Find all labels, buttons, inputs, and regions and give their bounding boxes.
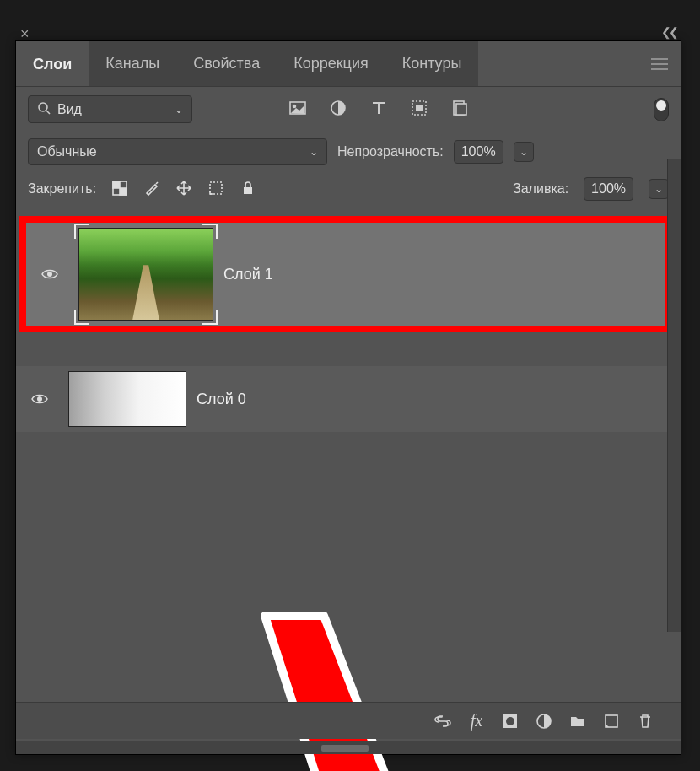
svg-rect-9 xyxy=(416,105,423,111)
tab-adjustments[interactable]: Коррекция xyxy=(277,41,385,86)
svg-rect-22 xyxy=(606,715,617,727)
opacity-value[interactable]: 100% xyxy=(454,140,503,164)
layer-filter-row: Вид ⌄ xyxy=(16,87,681,132)
svg-rect-16 xyxy=(244,187,252,194)
new-layer-icon[interactable] xyxy=(595,712,628,731)
svg-point-6 xyxy=(293,105,296,108)
layer-kind-select[interactable]: Вид ⌄ xyxy=(28,95,192,123)
layer-row[interactable]: Слой 1 xyxy=(26,223,665,326)
filter-adjustment-icon[interactable] xyxy=(329,99,347,120)
tab-layers[interactable]: Слои xyxy=(16,41,89,86)
kind-select-label: Вид xyxy=(57,102,168,117)
tab-channels[interactable]: Каналы xyxy=(89,41,176,86)
svg-point-20 xyxy=(506,717,514,725)
panel-menu-icon[interactable] xyxy=(638,41,681,86)
vertical-scrollbar[interactable] xyxy=(667,159,681,632)
svg-rect-11 xyxy=(456,104,466,115)
svg-rect-13 xyxy=(113,181,120,188)
annotation-highlight: Слой 1 xyxy=(19,216,672,332)
search-icon xyxy=(37,101,51,117)
svg-point-3 xyxy=(39,103,47,111)
lock-position-icon[interactable] xyxy=(175,180,192,199)
filter-shape-icon[interactable] xyxy=(410,99,428,120)
layer-filter-icons xyxy=(288,99,469,120)
layer-style-icon[interactable]: fx xyxy=(460,711,493,731)
fill-chevron-icon[interactable]: ⌄ xyxy=(649,179,669,199)
layer-name[interactable]: Слой 1 xyxy=(223,266,273,283)
filter-pixel-icon[interactable] xyxy=(288,99,307,120)
opacity-chevron-icon[interactable]: ⌄ xyxy=(514,142,534,162)
horizontal-scrollbar[interactable] xyxy=(16,741,681,754)
link-layers-icon[interactable] xyxy=(426,712,460,731)
layer-row[interactable]: Слой 0 xyxy=(16,366,681,432)
layers-list: Слой 1 Слой 0 xyxy=(16,211,681,666)
visibility-toggle-icon[interactable] xyxy=(31,265,68,283)
delete-layer-icon[interactable] xyxy=(628,712,662,731)
visibility-toggle-icon[interactable] xyxy=(21,390,58,408)
blend-opacity-row: Обычные ⌄ Непрозрачность: 100% ⌄ xyxy=(16,132,681,172)
layer-name[interactable]: Слой 0 xyxy=(197,391,246,408)
fill-label: Заливка: xyxy=(513,181,568,197)
lock-transparency-icon[interactable] xyxy=(111,180,128,199)
blend-mode-value: Обычные xyxy=(37,144,97,159)
lock-label: Закрепить: xyxy=(28,181,96,197)
fill-value[interactable]: 100% xyxy=(584,177,633,201)
add-mask-icon[interactable] xyxy=(493,712,527,731)
blend-mode-select[interactable]: Обычные ⌄ xyxy=(28,138,327,165)
lock-row: Закрепить: Заливка: 100% ⌄ xyxy=(16,172,681,211)
chevron-down-icon: ⌄ xyxy=(175,104,183,116)
new-group-icon[interactable] xyxy=(561,712,595,731)
lock-paint-icon[interactable] xyxy=(143,180,160,199)
tab-paths[interactable]: Контуры xyxy=(385,41,479,86)
layers-panel: Слои Каналы Свойства Коррекция Контуры В… xyxy=(15,40,681,755)
filter-smartobject-icon[interactable] xyxy=(450,99,469,120)
tab-properties[interactable]: Свойства xyxy=(176,41,277,86)
panel-tabs: Слои Каналы Свойства Коррекция Контуры xyxy=(16,41,681,87)
svg-line-4 xyxy=(46,111,50,114)
svg-rect-14 xyxy=(120,188,127,195)
svg-rect-15 xyxy=(210,182,222,194)
adjustment-layer-icon[interactable] xyxy=(527,712,561,731)
layer-thumbnail[interactable] xyxy=(78,228,213,321)
lock-all-icon[interactable] xyxy=(240,180,256,199)
chevron-down-icon: ⌄ xyxy=(310,146,318,158)
layer-bottom-toolbar: fx xyxy=(16,702,681,739)
filter-type-icon[interactable] xyxy=(369,99,388,120)
svg-point-18 xyxy=(37,396,42,402)
layer-thumbnail[interactable] xyxy=(68,371,186,427)
lock-artboard-icon[interactable] xyxy=(207,180,224,199)
opacity-label: Непрозрачность: xyxy=(337,144,444,159)
collapse-panel-icon[interactable]: ❮❮ xyxy=(661,25,676,39)
svg-point-17 xyxy=(47,272,52,277)
filter-toggle[interactable] xyxy=(654,98,669,121)
